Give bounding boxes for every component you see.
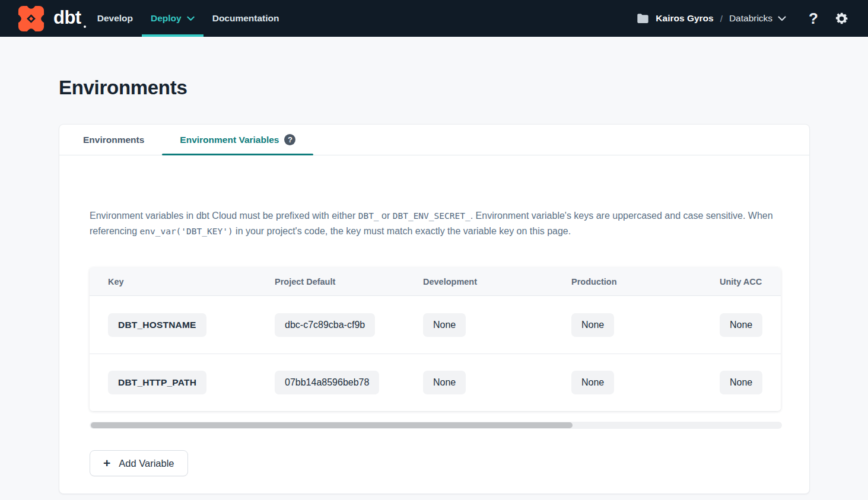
tab-label: Environment Variables	[180, 135, 279, 145]
cell-unity-acc: None	[720, 371, 781, 394]
tab-environment-variables[interactable]: Environment Variables?	[162, 125, 313, 155]
table-header-row: KeyProject DefaultDevelopmentProductionU…	[90, 267, 781, 296]
cell-production: None	[571, 313, 720, 337]
nav-item-develop[interactable]: Develop	[88, 0, 142, 37]
cell-project-default: dbc-c7c89cba-cf9b	[275, 313, 423, 337]
help-icon[interactable]: ?	[809, 11, 818, 26]
project-default-value-pill[interactable]: 07bb14a8596beb78	[275, 371, 379, 394]
chevron-down-icon	[187, 16, 195, 21]
description-code: env_var('DBT_KEY')	[140, 227, 233, 236]
cell-project-default: 07bb14a8596beb78	[275, 371, 423, 394]
variable-key-pill[interactable]: DBT_HTTP_PATH	[108, 371, 206, 394]
page-title: Environments	[0, 37, 868, 98]
column-header-unity-acc: Unity ACC	[720, 277, 781, 286]
development-value-pill[interactable]: None	[423, 313, 466, 337]
cell-unity-acc: None	[720, 313, 781, 337]
help-circle-icon[interactable]: ?	[284, 134, 295, 145]
env-vars-table: KeyProject DefaultDevelopmentProductionU…	[90, 267, 781, 411]
folder-icon	[637, 13, 649, 24]
production-value-pill[interactable]: None	[571, 371, 614, 394]
dbt-logo[interactable]: dbt	[0, 0, 86, 37]
project-default-value-pill[interactable]: dbc-c7c89cba-cf9b	[275, 313, 375, 337]
nav-item-label: Deploy	[151, 13, 182, 24]
horizontal-scrollbar-thumb[interactable]	[91, 422, 573, 428]
dbt-logo-trademark-dot	[84, 26, 86, 28]
plus-icon: +	[103, 457, 110, 469]
table-body: DBT_HOSTNAMEdbc-c7c89cba-cf9bNoneNoneNon…	[90, 296, 781, 411]
description-text: or	[379, 211, 393, 221]
development-value-pill[interactable]: None	[423, 371, 466, 394]
cell-development: None	[423, 371, 571, 394]
description-code: DBT_ENV_SECRET_	[393, 211, 470, 221]
unity-acc-value-pill[interactable]: None	[720, 371, 762, 394]
unity-acc-value-pill[interactable]: None	[720, 313, 762, 337]
horizontal-scrollbar-track[interactable]	[90, 422, 782, 429]
nav-item-label: Documentation	[212, 13, 279, 24]
production-value-pill[interactable]: None	[571, 313, 614, 337]
column-header-project-default: Project Default	[275, 277, 423, 286]
cell-key: DBT_HTTP_PATH	[108, 371, 275, 394]
description-code: DBT_	[358, 211, 379, 221]
breadcrumb-separator: /	[720, 14, 723, 24]
nav-item-label: Develop	[97, 13, 133, 24]
column-header-key: Key	[108, 277, 275, 286]
tab-environments[interactable]: Environments	[65, 125, 162, 155]
variable-key-pill[interactable]: DBT_HOSTNAME	[108, 313, 206, 337]
description-text: Environment variables in dbt Cloud must …	[90, 211, 358, 221]
column-header-production: Production	[571, 277, 720, 286]
nav-item-documentation[interactable]: Documentation	[204, 0, 288, 37]
description-text: in your project's code, the key must mat…	[233, 226, 571, 236]
navbar-right: Kairos Gyros / Databricks ?	[637, 0, 868, 37]
column-header-development: Development	[423, 277, 571, 286]
dbt-logo-icon	[17, 4, 46, 33]
table-row: DBT_HOSTNAMEdbc-c7c89cba-cf9bNoneNoneNon…	[90, 296, 781, 353]
cell-development: None	[423, 313, 571, 337]
environments-card: EnvironmentsEnvironment Variables? Envir…	[59, 124, 810, 494]
account-project-name[interactable]: Kairos Gyros	[656, 13, 713, 24]
top-navbar: dbt DevelopDeployDocumentation Kairos Gy…	[0, 0, 868, 37]
account-context-selector[interactable]: Databricks	[729, 13, 772, 24]
cell-key: DBT_HOSTNAME	[108, 313, 275, 337]
env-vars-description: Environment variables in dbt Cloud must …	[90, 208, 780, 239]
add-variable-label: Add Variable	[119, 458, 174, 469]
tab-label: Environments	[83, 135, 144, 145]
table-row: DBT_HTTP_PATH07bb14a8596beb78NoneNoneNon…	[90, 353, 781, 411]
nav-item-deploy[interactable]: Deploy	[142, 0, 204, 37]
tab-bar: EnvironmentsEnvironment Variables?	[59, 125, 809, 155]
add-variable-button[interactable]: + Add Variable	[90, 450, 188, 476]
navbar-items: DevelopDeployDocumentation	[88, 0, 288, 37]
tab-content: Environment variables in dbt Cloud must …	[59, 208, 809, 493]
chevron-down-icon[interactable]	[778, 16, 786, 21]
dbt-logo-text: dbt	[53, 8, 81, 27]
gear-icon[interactable]	[834, 11, 849, 26]
cell-production: None	[571, 371, 720, 394]
